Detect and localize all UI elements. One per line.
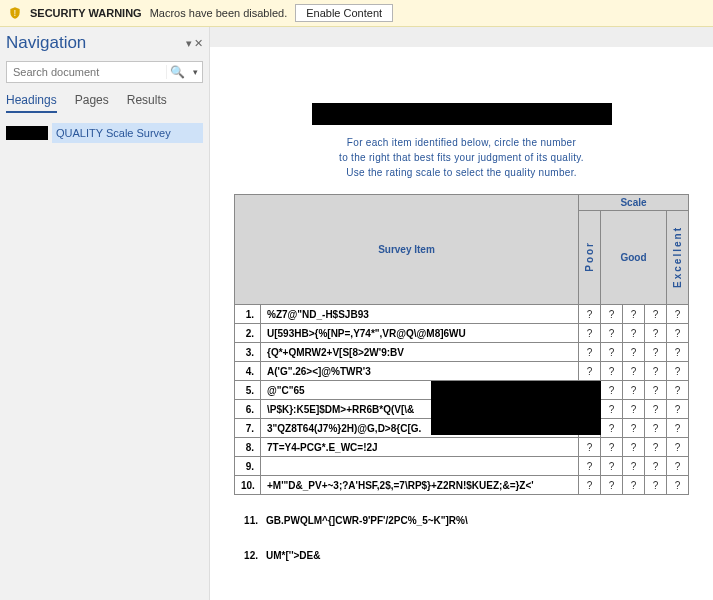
scale-cell: ? (600, 400, 622, 419)
navigation-pane: Navigation ▾ ✕ 🔍 ▾ Headings Pages Result… (0, 27, 210, 600)
nav-tree: QUALITY Scale Survey (6, 123, 203, 143)
row-text: A('G".26><]@%TWR'3 (261, 362, 579, 381)
scale-cell: ? (622, 381, 644, 400)
scale-cell: ? (644, 324, 666, 343)
scale-cell: ? (600, 476, 622, 495)
scale-cell: ? (666, 438, 688, 457)
row-text: {Q*+QMRW2+V[S[8>2W'9:BV (261, 343, 579, 362)
scale-cell: ? (622, 457, 644, 476)
search-dropdown-icon[interactable]: ▾ (188, 67, 202, 77)
survey-table: Survey Item Scale Poor Good Excellent 1.… (234, 194, 689, 495)
table-row: 7.3"QZ8T64(J7%}2H)@G,D>8{C[G.????? (235, 419, 689, 438)
row-number: 7. (235, 419, 261, 438)
row-text: +M'"D&_PV+~3;?A'HSF,2$,=7\RP$}+Z2RN!$KUE… (261, 476, 579, 495)
col-scale: Scale (578, 195, 688, 211)
table-row: 8.7T=Y4-PCG*.E_WC=!2J????? (235, 438, 689, 457)
redacted-title (312, 103, 612, 125)
scale-cell: ? (622, 324, 644, 343)
scale-cell: ? (622, 400, 644, 419)
row-number: 6. (235, 400, 261, 419)
row-text: %Z7@"ND_-H$SJB93 (261, 305, 579, 324)
row-number: 10. (235, 476, 261, 495)
scale-cell: ? (600, 324, 622, 343)
row-text: @"C"65 (261, 381, 579, 400)
scale-cell: ? (644, 419, 666, 438)
scale-cell: ? (644, 457, 666, 476)
scale-cell: ? (666, 305, 688, 324)
row-number: 4. (235, 362, 261, 381)
scale-cell: ? (666, 381, 688, 400)
scale-cell: ? (644, 343, 666, 362)
document-page: For each item identified below, circle t… (210, 47, 713, 600)
scale-cell: ? (644, 381, 666, 400)
tab-headings[interactable]: Headings (6, 93, 57, 113)
table-row: 2.U[593HB>{%[NP=,Y74*",VR@Q\@M8]6WU????? (235, 324, 689, 343)
search-input[interactable] (7, 66, 166, 78)
col-survey-item: Survey Item (235, 195, 579, 305)
scale-cell: ? (622, 476, 644, 495)
after-table-items: 11.GB.PWQLM^{]CWR-9'PF'/2PC%_5~K"]R%\12.… (234, 515, 689, 561)
security-title: SECURITY WARNING (30, 7, 142, 19)
row-text: 3"QZ8T64(J7%}2H)@G,D>8{C[G. (261, 419, 579, 438)
row-number: 2. (235, 324, 261, 343)
row-text: 7T=Y4-PCG*.E_WC=!2J (261, 438, 579, 457)
table-row: 10.+M'"D&_PV+~3;?A'HSF,2$,=7\RP$}+Z2RN!$… (235, 476, 689, 495)
search-icon[interactable]: 🔍 (166, 65, 188, 79)
enable-content-button[interactable]: Enable Content (295, 4, 393, 22)
list-item: 12.UM*[''>DE& (234, 550, 689, 561)
scale-cell: ? (666, 457, 688, 476)
scale-cell: ? (600, 362, 622, 381)
table-row: 1.%Z7@"ND_-H$SJB93????? (235, 305, 689, 324)
scale-cell: ? (622, 419, 644, 438)
row-number: 1. (235, 305, 261, 324)
table-row: 9.????? (235, 457, 689, 476)
col-excellent: Excellent (666, 211, 688, 305)
scale-cell: ? (622, 305, 644, 324)
nav-tabs: Headings Pages Results (6, 93, 203, 113)
row-number: 3. (235, 343, 261, 362)
scale-cell: ? (666, 476, 688, 495)
row-number: 12. (234, 550, 258, 561)
scale-cell: ? (666, 419, 688, 438)
scale-cell: ? (622, 438, 644, 457)
scale-cell: ? (600, 343, 622, 362)
scale-cell: ? (600, 305, 622, 324)
table-row: 6.\P$K}:K5E]$DM>+RR6B*Q(V[\&????? (235, 400, 689, 419)
table-row: 4.A('G".26><]@%TWR'3????? (235, 362, 689, 381)
scale-cell: ? (666, 324, 688, 343)
scale-cell: ? (644, 400, 666, 419)
scale-cell: ? (578, 343, 600, 362)
scale-cell: ? (578, 305, 600, 324)
scale-cell: ? (644, 476, 666, 495)
scale-cell: ? (666, 400, 688, 419)
row-number: 8. (235, 438, 261, 457)
tab-results[interactable]: Results (127, 93, 167, 113)
scale-cell: ? (644, 305, 666, 324)
table-row: 3.{Q*+QMRW2+V[S[8>2W'9:BV????? (235, 343, 689, 362)
document-area[interactable]: For each item identified below, circle t… (210, 27, 713, 600)
row-number: 5. (235, 381, 261, 400)
row-text: GB.PWQLM^{]CWR-9'PF'/2PC%_5~K"]R%\ (266, 515, 468, 526)
scale-cell: ? (600, 381, 622, 400)
nav-heading-item[interactable]: QUALITY Scale Survey (52, 123, 203, 143)
scale-cell: ? (622, 362, 644, 381)
security-bar: ! SECURITY WARNING Macros have been disa… (0, 0, 713, 27)
shield-icon: ! (8, 6, 22, 20)
row-text: U[593HB>{%[NP=,Y74*",VR@Q\@M8]6WU (261, 324, 579, 343)
redacted-block (6, 126, 48, 140)
scale-cell: ? (644, 362, 666, 381)
scale-cell: ? (666, 343, 688, 362)
tab-pages[interactable]: Pages (75, 93, 109, 113)
row-text: UM*[''>DE& (266, 550, 320, 561)
svg-text:!: ! (14, 9, 16, 18)
scale-cell: ? (600, 457, 622, 476)
nav-options-icon[interactable]: ▾ (186, 37, 192, 50)
col-good: Good (600, 211, 666, 305)
row-text: \P$K}:K5E]$DM>+RR6B*Q(V[\& (261, 400, 579, 419)
close-icon[interactable]: ✕ (194, 37, 203, 50)
scale-cell: ? (578, 476, 600, 495)
search-input-wrap[interactable]: 🔍 ▾ (6, 61, 203, 83)
table-row: 5.@"C"65????? (235, 381, 689, 400)
scale-cell: ? (578, 324, 600, 343)
scale-cell: ? (600, 438, 622, 457)
